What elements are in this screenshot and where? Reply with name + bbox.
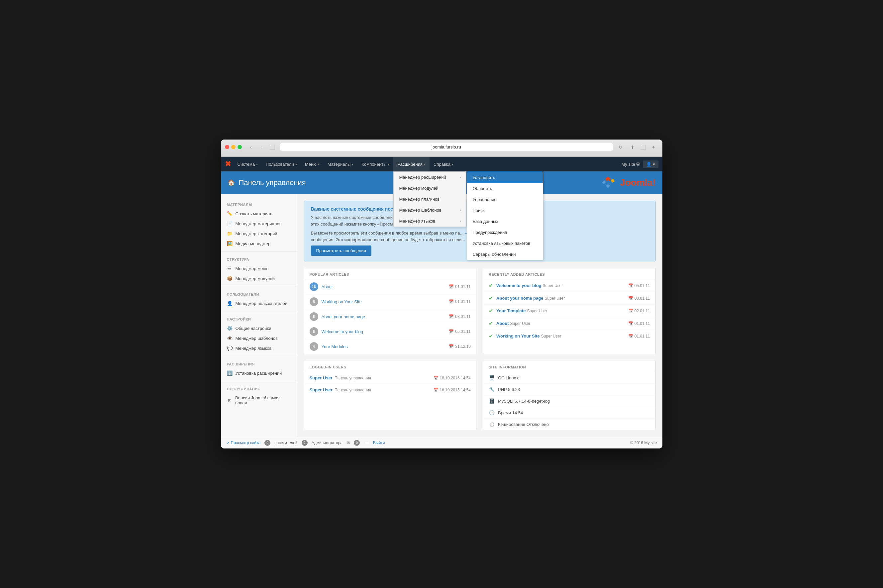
- view-site-link[interactable]: ↗ Просмотр сайта: [226, 441, 261, 445]
- admin-footer: ↗ Просмотр сайта 0 посетителей 2 Админис…: [221, 437, 663, 448]
- minimize-dot[interactable]: [231, 145, 235, 149]
- address-bar[interactable]: joomla.fursio.ru: [280, 143, 613, 151]
- article-row-1: 16 About 📅 01.01.11: [304, 279, 477, 294]
- recent-title-1[interactable]: Welcome to your blog: [496, 283, 541, 288]
- mail-icon: ✉: [346, 441, 350, 445]
- nav-help[interactable]: Справка ▾: [430, 157, 457, 171]
- popular-articles-card: POPULAR ARTICLES 16 About 📅 01.01.11 8 W…: [304, 268, 477, 354]
- user-menu-button[interactable]: 👤 ▾: [643, 160, 658, 168]
- ext-menu-item-manager[interactable]: Менеджер расширений › Установить Обновит…: [394, 172, 466, 183]
- sidebar-item-articles-manager[interactable]: 📄 Менеджер материалов: [221, 219, 297, 228]
- article-title-2[interactable]: Working on Your Site: [322, 299, 449, 304]
- ext-menu-item-languages[interactable]: Менеджер языков ›: [394, 216, 466, 226]
- maximize-dot[interactable]: [237, 145, 242, 149]
- info-os: ОС Linux d: [498, 375, 520, 380]
- close-dot[interactable]: [225, 145, 229, 149]
- sidebar-item-templates[interactable]: 👁️ Менеджер шаблонов: [221, 333, 297, 343]
- article-title-5[interactable]: Your Modules: [322, 344, 449, 349]
- nav-menu[interactable]: Меню ▾: [301, 157, 324, 171]
- sidebar-item-joomla-version[interactable]: ✖ Версия Joomla! самая новая: [221, 393, 297, 408]
- article-title-3[interactable]: About your home page: [322, 314, 449, 319]
- top-navbar: ✖ Система ▾ Пользователи ▾ Меню ▾ Матери…: [221, 157, 663, 171]
- admins-badge: 2: [301, 440, 307, 446]
- nav-users[interactable]: Пользователи ▾: [262, 157, 301, 171]
- materials-arrow: ▾: [352, 162, 354, 166]
- share-button[interactable]: ⬆: [628, 143, 637, 151]
- reload-button[interactable]: ↻: [616, 143, 625, 151]
- article-badge-3: 5: [310, 312, 318, 321]
- user-arrow: ▾: [653, 162, 655, 167]
- add-tab-button[interactable]: +: [649, 143, 658, 151]
- content-wrapper: МАТЕРИАЛЫ ✏️ Создать материал 📄 Менеджер…: [221, 194, 663, 437]
- sidebar-item-categories[interactable]: 📁 Менеджер категорий: [221, 228, 297, 238]
- copyright: © 2016 My site: [630, 441, 657, 445]
- tab-button[interactable]: ⬜: [268, 143, 277, 151]
- recent-title-4[interactable]: About: [496, 321, 509, 326]
- article-badge-1: 16: [310, 282, 318, 291]
- sidebar-item-global-config[interactable]: ⚙️ Общие настройки: [221, 323, 297, 333]
- sidebar-divider-3: [221, 311, 297, 311]
- calendar-icon-u1: 📅: [433, 376, 439, 380]
- sidebar-item-users-manager[interactable]: 👤 Менеджер пользователей: [221, 298, 297, 308]
- install-item-install[interactable]: Установить: [467, 172, 543, 183]
- sidebar-item-menu-manager[interactable]: ☰ Менеджер меню: [221, 263, 297, 273]
- view-messages-button[interactable]: Просмотреть сообщения: [311, 246, 372, 256]
- admins-label: Администратора: [312, 441, 342, 445]
- joomla-nav-logo[interactable]: ✖: [225, 160, 231, 168]
- back-button[interactable]: ‹: [246, 143, 256, 151]
- joomla-admin: ✖ Система ▾ Пользователи ▾ Меню ▾ Матери…: [221, 157, 663, 448]
- nav-extensions[interactable]: Расширения ▾ Менеджер расширений › Устан…: [393, 157, 430, 171]
- nav-components[interactable]: Компоненты ▾: [357, 157, 393, 171]
- ext-menu-item-modules[interactable]: Менеджер модулей: [394, 183, 466, 194]
- ext-menu-item-plugins[interactable]: Менеджер плагинов: [394, 194, 466, 205]
- install-item-manage[interactable]: Управление: [467, 194, 543, 205]
- language-icon: 💬: [227, 345, 232, 351]
- my-site-button[interactable]: My site ✇: [622, 162, 640, 167]
- sidebar-item-media[interactable]: 🖼️ Медиа-менеджер: [221, 238, 297, 249]
- info-mysql: MySQLi 5.7.14-8-beget-log: [498, 399, 550, 404]
- recent-user-5: Super User: [541, 334, 561, 339]
- user-link-2[interactable]: Super User: [310, 387, 333, 392]
- menu-arrow: ▾: [318, 162, 319, 166]
- recent-title-3[interactable]: Your Template: [496, 308, 526, 313]
- new-tab-button[interactable]: ⬜: [639, 143, 648, 151]
- recent-row-5: ✔ Working on Your Site Super User 📅 01.0…: [483, 330, 655, 342]
- joomla-version-icon: ✖: [227, 398, 232, 403]
- calendar-icon-r4: 📅: [628, 321, 633, 326]
- users-arrow: ▾: [295, 162, 297, 166]
- install-item-search[interactable]: Поиск: [467, 205, 543, 216]
- user-link-1[interactable]: Super User: [310, 375, 333, 380]
- user-row-1: Super User Панель управления 📅 18.10.201…: [304, 372, 477, 384]
- install-item-update[interactable]: Обновить: [467, 183, 543, 194]
- ext-menu-item-templates[interactable]: Менеджер шаблонов ›: [394, 205, 466, 216]
- article-title-4[interactable]: Welcome to your blog: [322, 329, 449, 334]
- recent-title-2[interactable]: About your home page: [496, 296, 544, 301]
- sidebar-item-install-extensions[interactable]: ⬇️ Установка расширений: [221, 368, 297, 378]
- install-item-langpacks[interactable]: Установка языковых пакетов: [467, 238, 543, 249]
- calendar-icon-u2: 📅: [433, 388, 439, 392]
- install-item-warnings[interactable]: Предупреждения: [467, 227, 543, 238]
- article-badge-4: 5: [310, 327, 318, 336]
- home-icon[interactable]: 🏠: [228, 179, 235, 186]
- install-item-db[interactable]: База данных: [467, 216, 543, 227]
- nav-items: Система ▾ Пользователи ▾ Меню ▾ Материал…: [234, 157, 622, 171]
- forward-button[interactable]: ›: [257, 143, 267, 151]
- install-item-updateservers[interactable]: Серверы обновлений: [467, 249, 543, 260]
- recent-date-3: 📅 02.01.11: [628, 309, 650, 313]
- recently-added-card: RECENTLY ADDED ARTICLES ✔ Welcome to you…: [483, 268, 656, 354]
- logout-link[interactable]: Выйти: [373, 441, 385, 445]
- recently-added-header: RECENTLY ADDED ARTICLES: [483, 268, 655, 279]
- article-title-1[interactable]: About: [322, 284, 449, 290]
- user-date-2: 📅 18.10.2016 14:54: [433, 388, 471, 392]
- user-icon: 👤: [646, 162, 651, 167]
- user-location-2: Панель управления: [334, 388, 371, 392]
- monitor-icon: 🖥️: [489, 375, 495, 380]
- install-icon: ⬇️: [227, 370, 232, 376]
- nav-sistema[interactable]: Система ▾: [234, 157, 262, 171]
- sidebar-item-modules-manager[interactable]: 📦 Менеджер модулей: [221, 273, 297, 284]
- sidebar-item-create-article[interactable]: ✏️ Создать материал: [221, 208, 297, 219]
- nav-materials[interactable]: Материалы ▾: [324, 157, 358, 171]
- recent-title-5[interactable]: Working on Your Site: [496, 333, 540, 339]
- sidebar-item-languages[interactable]: 💬 Менеджер языков: [221, 343, 297, 353]
- info-row-cache: ⏱️ Кэширование Отключено: [483, 418, 655, 430]
